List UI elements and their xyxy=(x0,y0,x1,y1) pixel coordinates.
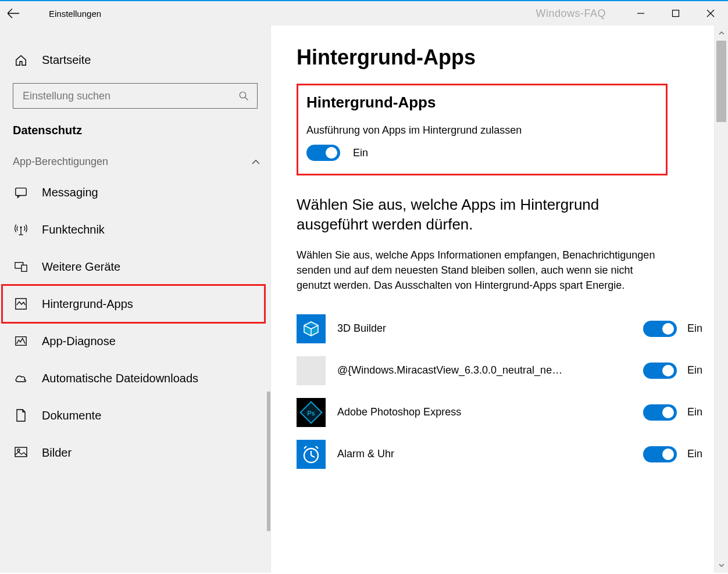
app-row-photoshop: Ps Adobe Photoshop Express Ein xyxy=(297,392,702,433)
app-toggle[interactable] xyxy=(643,321,677,337)
master-toggle[interactable] xyxy=(306,145,340,161)
sidebar-item-documents[interactable]: Dokumente xyxy=(0,397,270,434)
sidebar-item-background-apps[interactable]: Hintergrund-Apps xyxy=(0,285,270,322)
svg-rect-1 xyxy=(673,10,679,17)
sidebar: Startseite Datenschutz App-Berechtigunge… xyxy=(0,26,271,573)
minimize-button[interactable] xyxy=(623,1,658,26)
app-toggle[interactable] xyxy=(643,363,677,379)
messaging-icon xyxy=(13,186,29,199)
page-title: Hintergrund-Apps xyxy=(297,45,702,70)
svg-point-11 xyxy=(17,449,20,451)
sidebar-item-images[interactable]: Bilder xyxy=(0,434,270,471)
toggle-knob xyxy=(326,147,337,159)
master-toggle-state: Ein xyxy=(353,147,368,159)
app-icon: Ps xyxy=(297,398,326,427)
window-title: Einstellungen xyxy=(49,9,101,19)
maximize-button[interactable] xyxy=(658,1,693,26)
app-toggle-state: Ein xyxy=(687,322,702,335)
diagnose-icon xyxy=(13,335,29,347)
app-name: @{Windows.MiracastView_6.3.0.0_neutral_n… xyxy=(337,364,621,376)
app-row-miracast: @{Windows.MiracastView_6.3.0.0_neutral_n… xyxy=(297,350,702,392)
titlebar: Einstellungen Windows-FAQ xyxy=(0,1,728,26)
background-apps-icon xyxy=(13,297,29,310)
svg-rect-4 xyxy=(16,188,26,196)
svg-line-3 xyxy=(245,97,248,100)
search-field[interactable] xyxy=(13,83,258,109)
close-icon xyxy=(706,9,715,17)
app-icon xyxy=(297,356,326,385)
app-name: Alarm & Uhr xyxy=(337,448,621,460)
home-icon xyxy=(13,54,29,67)
sidebar-item-label: Messaging xyxy=(42,186,98,199)
devices-icon xyxy=(13,260,29,273)
sidebar-item-label: Funktechnik xyxy=(42,223,105,236)
maximize-icon xyxy=(672,9,680,17)
app-row-3d-builder: 3D Builder Ein xyxy=(297,308,702,350)
close-button[interactable] xyxy=(693,1,728,26)
scroll-down-icon[interactable] xyxy=(715,558,728,573)
back-arrow-icon xyxy=(8,9,19,18)
back-button[interactable] xyxy=(0,1,27,26)
scroll-thumb[interactable] xyxy=(716,41,726,122)
highlighted-section: Hintergrund-Apps Ausführung von Apps im … xyxy=(297,84,668,175)
sidebar-item-diagnose[interactable]: App-Diagnose xyxy=(0,322,270,360)
highlight-annotation xyxy=(1,284,266,324)
sidebar-item-label: Automatische Dateidownloads xyxy=(42,372,198,385)
sidebar-item-label: App-Diagnose xyxy=(42,335,116,348)
minimize-icon xyxy=(637,9,645,17)
app-toggle-state: Ein xyxy=(687,364,702,376)
app-name: 3D Builder xyxy=(337,322,621,335)
sidebar-item-label: Weitere Geräte xyxy=(42,260,120,274)
app-toggle-state: Ein xyxy=(687,448,702,460)
choose-description: Wählen Sie aus, welche Apps Informatione… xyxy=(297,247,657,293)
section-header[interactable]: App-Berechtigungen xyxy=(0,150,270,174)
svg-rect-7 xyxy=(22,265,27,271)
app-toggle-state: Ein xyxy=(687,406,702,418)
svg-rect-10 xyxy=(15,447,27,457)
search-icon xyxy=(238,91,249,101)
sidebar-item-messaging[interactable]: Messaging xyxy=(0,174,270,211)
search-input[interactable] xyxy=(22,89,238,103)
sidebar-item-devices[interactable]: Weitere Geräte xyxy=(0,248,270,285)
scroll-track[interactable] xyxy=(715,41,728,558)
home-link[interactable]: Startseite xyxy=(0,45,270,75)
app-icon xyxy=(297,440,326,469)
category-title: Datenschutz xyxy=(0,124,270,150)
home-label: Startseite xyxy=(42,53,91,67)
app-toggle[interactable] xyxy=(643,446,677,462)
watermark-text: Windows-FAQ xyxy=(536,8,606,20)
sidebar-item-label: Dokumente xyxy=(42,409,101,422)
content-pane: Hintergrund-Apps Hintergrund-Apps Ausfüh… xyxy=(271,26,714,573)
app-icon xyxy=(297,314,326,343)
app-name: Adobe Photoshop Express xyxy=(337,406,621,418)
sidebar-item-radio[interactable]: Funktechnik xyxy=(0,211,270,248)
radio-tower-icon xyxy=(13,223,29,236)
app-toggle[interactable] xyxy=(643,404,677,421)
scroll-up-icon[interactable] xyxy=(715,26,728,41)
allow-label: Ausführung von Apps im Hintergrund zulas… xyxy=(306,124,658,137)
chevron-up-icon xyxy=(252,159,260,165)
sidebar-scrollbar[interactable] xyxy=(267,392,270,531)
sidebar-item-label: Hintergrund-Apps xyxy=(42,297,133,311)
choose-title: Wählen Sie aus, welche Apps im Hintergru… xyxy=(297,195,657,235)
app-row-alarm: Alarm & Uhr Ein xyxy=(297,433,702,475)
sidebar-item-label: Bilder xyxy=(42,446,72,460)
images-icon xyxy=(13,447,29,458)
section-title: Hintergrund-Apps xyxy=(306,94,658,112)
sidebar-item-cloud-downloads[interactable]: Automatische Dateidownloads xyxy=(0,360,270,397)
section-label: App-Berechtigungen xyxy=(13,156,108,168)
svg-point-2 xyxy=(240,92,246,98)
svg-text:Ps: Ps xyxy=(307,410,315,417)
svg-point-5 xyxy=(20,227,22,228)
document-icon xyxy=(13,409,29,422)
cloud-icon xyxy=(13,373,29,383)
content-scrollbar[interactable] xyxy=(714,26,728,573)
